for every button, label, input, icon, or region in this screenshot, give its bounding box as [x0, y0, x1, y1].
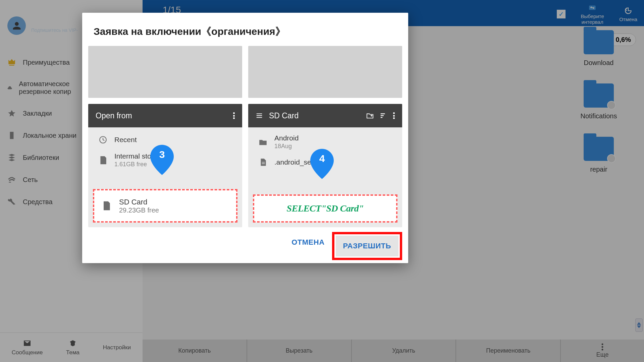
step-marker-4: 4	[310, 149, 334, 179]
tutorial-card-1	[88, 46, 242, 98]
more-icon	[233, 112, 235, 119]
sd-icon	[98, 156, 108, 165]
sort-icon	[380, 112, 387, 119]
step-marker-3: 3	[150, 145, 174, 175]
card4-header: SD Card	[248, 104, 402, 127]
file-icon	[258, 158, 268, 167]
allow-button-emphasis-frame: РАЗРЕШИТЬ	[332, 232, 402, 260]
tutorial-card-2	[248, 46, 402, 98]
dialog-cancel-button[interactable]: ОТМЕНА	[284, 232, 332, 260]
hamburger-icon	[256, 112, 263, 119]
dialog-title: Заявка на включении《органичения》	[82, 13, 408, 46]
card4-select-highlighted: SELECT"SD Card"	[253, 194, 397, 223]
new-folder-icon	[366, 112, 374, 119]
dialog-body: Open from Recent Intermal stora1.61GB fr…	[82, 46, 408, 227]
card3-header: Open from	[88, 104, 242, 127]
dialog-footer: ОТМЕНА РАЗРЕШИТЬ	[82, 227, 408, 266]
tutorial-card-3: Open from Recent Intermal stora1.61GB fr…	[88, 104, 242, 227]
sd-icon	[101, 200, 112, 211]
tutorial-card-4: SD Card Android18Aug .android_se SELECT"…	[248, 104, 402, 227]
clock-icon	[98, 135, 108, 144]
card3-sdcard-highlighted: SD Card29.23GB free	[93, 189, 237, 223]
more-icon	[393, 112, 395, 119]
permission-dialog: Заявка на включении《органичения》 Open fr…	[82, 13, 408, 263]
dialog-allow-button[interactable]: РАЗРЕШИТЬ	[336, 236, 398, 256]
folder-icon	[258, 138, 268, 146]
